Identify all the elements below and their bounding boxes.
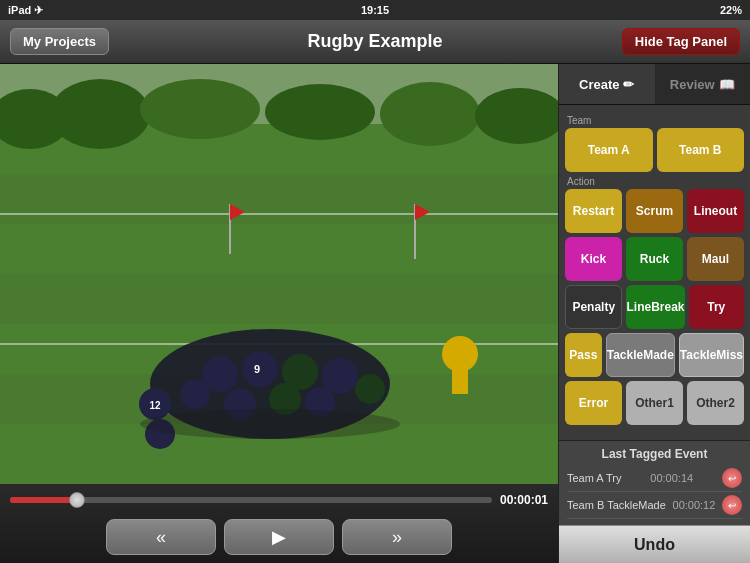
- fast-forward-button[interactable]: »: [342, 519, 452, 555]
- action-row-1: Restart Scrum Lineout: [565, 189, 744, 233]
- tab-create[interactable]: Create ✏: [559, 64, 655, 104]
- tagged-event-1-time: 00:00:14: [650, 472, 693, 484]
- book-icon: 📖: [719, 77, 735, 92]
- tagged-event-1-label: Team A Try: [567, 472, 621, 484]
- last-tagged-title: Last Tagged Event: [567, 447, 742, 461]
- status-time: 19:15: [361, 4, 389, 16]
- svg-rect-30: [452, 364, 468, 394]
- tacklemade-button[interactable]: TackleMade: [606, 333, 675, 377]
- tag-panel-content: Team Team A Team B Action Restart Scrum …: [559, 105, 750, 440]
- maul-button[interactable]: Maul: [687, 237, 744, 281]
- svg-point-34: [140, 409, 400, 439]
- video-controls-bar: 00:00:01 « ▶ »: [0, 484, 558, 563]
- play-button[interactable]: ▶: [224, 519, 334, 555]
- svg-point-8: [140, 79, 260, 139]
- restart-button[interactable]: Restart: [565, 189, 622, 233]
- team-a-button[interactable]: Team A: [565, 128, 653, 172]
- lineout-button[interactable]: Lineout: [687, 189, 744, 233]
- team-b-button[interactable]: Team B: [657, 128, 745, 172]
- progress-fill: [10, 497, 77, 503]
- team-section-label: Team: [567, 115, 742, 126]
- svg-text:12: 12: [149, 400, 161, 411]
- pass-button[interactable]: Pass: [565, 333, 602, 377]
- error-button[interactable]: Error: [565, 381, 622, 425]
- last-tagged-section: Last Tagged Event Team A Try 00:00:14 ↩ …: [559, 440, 750, 525]
- penalty-button[interactable]: Penalty: [565, 285, 622, 329]
- status-left: iPad ✈: [8, 4, 43, 17]
- video-frame: 9 12: [0, 64, 558, 484]
- video-area: 9 12 00:00:01 «: [0, 64, 558, 563]
- svg-point-9: [265, 84, 375, 140]
- tab-review-label: Review: [670, 77, 715, 92]
- tacklemiss-button[interactable]: TackleMiss: [679, 333, 744, 377]
- svg-point-23: [180, 379, 210, 409]
- other1-button[interactable]: Other1: [626, 381, 683, 425]
- tag-panel: Create ✏ Review 📖 Team Team A Team B Act…: [558, 64, 750, 563]
- status-battery: 22%: [720, 4, 742, 16]
- action-section-label: Action: [567, 176, 742, 187]
- try-button[interactable]: Try: [689, 285, 744, 329]
- action-row-3: Penalty LineBreak Try: [565, 285, 744, 329]
- tagged-event-2-icon[interactable]: ↩: [722, 495, 742, 515]
- action-row-5: Error Other1 Other2: [565, 381, 744, 425]
- my-projects-button[interactable]: My Projects: [10, 28, 109, 55]
- scrum-button[interactable]: Scrum: [626, 189, 683, 233]
- svg-text:9: 9: [254, 363, 260, 375]
- controls-buttons: « ▶ »: [10, 519, 548, 555]
- tagged-event-2-label: Team B TackleMade: [567, 499, 666, 511]
- status-bar: iPad ✈ 19:15 22%: [0, 0, 750, 20]
- page-title: Rugby Example: [307, 31, 442, 52]
- video-display: 9 12: [0, 64, 558, 484]
- hide-tag-button[interactable]: Hide Tag Panel: [622, 28, 740, 55]
- tagged-event-2-time: 00:00:12: [673, 499, 716, 511]
- tagged-event-1-icon[interactable]: ↩: [722, 468, 742, 488]
- progress-bar-container[interactable]: 00:00:01: [10, 490, 548, 510]
- svg-point-24: [355, 374, 385, 404]
- undo-button[interactable]: Undo: [559, 525, 750, 563]
- progress-track[interactable]: [10, 497, 492, 503]
- tab-create-label: Create: [579, 77, 619, 92]
- linebreak-button[interactable]: LineBreak: [626, 285, 684, 329]
- edit-icon: ✏: [623, 77, 634, 92]
- top-bar: My Projects Rugby Example Hide Tag Panel: [0, 20, 750, 64]
- ruck-button[interactable]: Ruck: [626, 237, 683, 281]
- svg-point-10: [380, 82, 480, 146]
- tagged-event-row-2: Team B TackleMade 00:00:12 ↩: [567, 492, 742, 519]
- svg-point-7: [50, 79, 150, 149]
- main-content: 9 12 00:00:01 «: [0, 64, 750, 563]
- tagged-event-row-1: Team A Try 00:00:14 ↩: [567, 465, 742, 492]
- progress-thumb[interactable]: [69, 492, 85, 508]
- battery-text: 22%: [720, 4, 742, 16]
- tag-panel-tabs: Create ✏ Review 📖: [559, 64, 750, 105]
- action-row-4: Pass TackleMade TackleMiss: [565, 333, 744, 377]
- other2-button[interactable]: Other2: [687, 381, 744, 425]
- status-device: iPad ✈: [8, 4, 43, 17]
- svg-rect-3: [0, 224, 558, 274]
- rewind-button[interactable]: «: [106, 519, 216, 555]
- action-row-2: Kick Ruck Maul: [565, 237, 744, 281]
- kick-button[interactable]: Kick: [565, 237, 622, 281]
- team-buttons-row: Team A Team B: [565, 128, 744, 172]
- time-display: 00:00:01: [500, 493, 548, 507]
- tab-review[interactable]: Review 📖: [655, 64, 751, 104]
- svg-point-22: [322, 358, 358, 394]
